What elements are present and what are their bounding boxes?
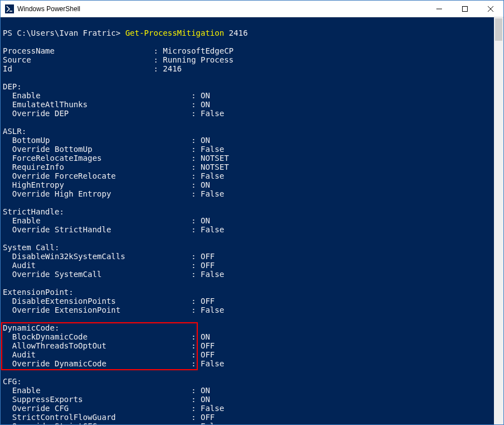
terminal-line: ASLR: bbox=[3, 127, 494, 136]
terminal-line: Override StrictHandle : False bbox=[3, 225, 494, 234]
terminal-line bbox=[3, 73, 494, 82]
vertical-scrollbar[interactable] bbox=[494, 17, 503, 424]
content-area: PS C:\Users\Ivan Fratric> Get-ProcessMit… bbox=[1, 17, 503, 424]
terminal-line: StrictControlFlowGuard : OFF bbox=[3, 413, 494, 422]
terminal-line: Override CFG : False bbox=[3, 404, 494, 413]
terminal-line: ExtensionPoint: bbox=[3, 288, 494, 297]
terminal-line: Override ExtensionPoint : False bbox=[3, 305, 494, 314]
terminal-line: DynamicCode: bbox=[3, 323, 494, 332]
window-controls bbox=[426, 1, 503, 17]
maximize-button[interactable] bbox=[452, 1, 478, 17]
terminal-line: Enable : ON bbox=[3, 216, 494, 225]
svg-rect-3 bbox=[463, 6, 468, 11]
terminal-line: DisableWin32kSystemCalls : OFF bbox=[3, 252, 494, 261]
scrollbar-thumb[interactable] bbox=[495, 18, 502, 41]
close-button[interactable] bbox=[478, 1, 503, 17]
terminal-line: Source : Running Process bbox=[3, 55, 494, 64]
powershell-icon bbox=[5, 4, 14, 13]
terminal-line bbox=[3, 198, 494, 207]
terminal-line: DisableExtensionPoints : OFF bbox=[3, 297, 494, 305]
titlebar[interactable]: Windows PowerShell bbox=[1, 1, 503, 17]
terminal-line: EmulateAtlThunks : ON bbox=[3, 100, 494, 109]
terminal-line: Override ForceRelocate : False bbox=[3, 171, 494, 180]
terminal-line: BottomUp : ON bbox=[3, 136, 494, 145]
minimize-button[interactable] bbox=[426, 1, 452, 17]
terminal-line: HighEntropy : ON bbox=[3, 180, 494, 189]
terminal-line bbox=[3, 368, 494, 377]
terminal-line: Override BottomUp : False bbox=[3, 145, 494, 154]
window-title: Windows PowerShell bbox=[17, 5, 426, 13]
terminal-line bbox=[3, 118, 494, 127]
terminal-line bbox=[3, 20, 494, 28]
terminal-line: CFG: bbox=[3, 377, 494, 386]
terminal-line: DEP: bbox=[3, 82, 494, 91]
terminal-output[interactable]: PS C:\Users\Ivan Fratric> Get-ProcessMit… bbox=[1, 17, 494, 424]
terminal-line: SuppressExports : ON bbox=[3, 395, 494, 404]
terminal-line: Audit : OFF bbox=[3, 261, 494, 270]
terminal-line: PS C:\Users\Ivan Fratric> Get-ProcessMit… bbox=[3, 28, 494, 37]
terminal-line: ProcessName : MicrosoftEdgeCP bbox=[3, 46, 494, 55]
terminal-line bbox=[3, 37, 494, 46]
terminal-line: Override High Entropy : False bbox=[3, 189, 494, 198]
powershell-window: Windows PowerShell PS C:\Users\Ivan Frat… bbox=[0, 0, 504, 425]
terminal-line bbox=[3, 314, 494, 323]
terminal-line: StrictHandle: bbox=[3, 207, 494, 216]
terminal-line: Enable : ON bbox=[3, 386, 494, 395]
terminal-line: RequireInfo : NOTSET bbox=[3, 163, 494, 171]
terminal-line: AllowThreadsToOptOut : OFF bbox=[3, 341, 494, 350]
terminal-line: Override SystemCall : False bbox=[3, 270, 494, 279]
terminal-line: Override StrictCFG : False bbox=[3, 422, 494, 424]
terminal-line: ForceRelocateImages : NOTSET bbox=[3, 154, 494, 163]
terminal-line: Enable : ON bbox=[3, 91, 494, 100]
terminal-line: Audit : OFF bbox=[3, 350, 494, 359]
terminal-line: BlockDynamicCode : ON bbox=[3, 332, 494, 341]
terminal-line bbox=[3, 234, 494, 243]
terminal-line: Id : 2416 bbox=[3, 64, 494, 73]
terminal-line: Override DEP : False bbox=[3, 109, 494, 118]
terminal-line bbox=[3, 279, 494, 288]
terminal-line: System Call: bbox=[3, 243, 494, 252]
terminal-line: Override DynamicCode : False bbox=[3, 359, 494, 368]
